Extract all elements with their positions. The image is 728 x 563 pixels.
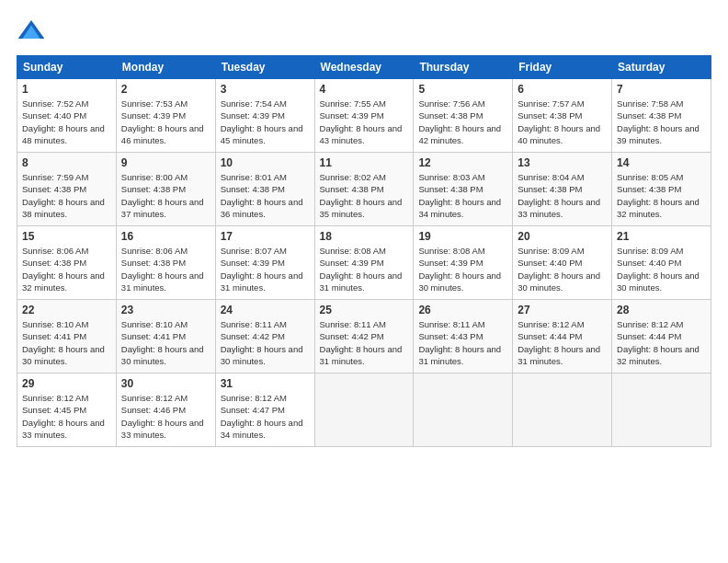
day-number: 22 <box>22 304 111 316</box>
day-info: Sunrise: 8:03 AMSunset: 4:38 PMDaylight:… <box>418 171 507 220</box>
calendar-cell: 16Sunrise: 8:06 AMSunset: 4:38 PMDayligh… <box>116 226 215 300</box>
day-info: Sunrise: 7:53 AMSunset: 4:39 PMDaylight:… <box>121 98 210 146</box>
calendar-cell: 19Sunrise: 8:08 AMSunset: 4:39 PMDayligh… <box>414 226 513 300</box>
calendar-cell: 7Sunrise: 7:58 AMSunset: 4:38 PMDaylight… <box>612 79 711 153</box>
day-info: Sunrise: 8:08 AMSunset: 4:39 PMDaylight:… <box>320 245 409 293</box>
day-info: Sunrise: 8:02 AMSunset: 4:38 PMDaylight:… <box>320 171 409 220</box>
calendar-cell: 3Sunrise: 7:54 AMSunset: 4:39 PMDaylight… <box>215 79 314 153</box>
calendar-week-row: 1Sunrise: 7:52 AMSunset: 4:40 PMDaylight… <box>17 79 711 153</box>
day-info: Sunrise: 8:10 AMSunset: 4:41 PMDaylight:… <box>22 318 111 367</box>
day-info: Sunrise: 8:09 AMSunset: 4:40 PMDaylight:… <box>518 245 607 293</box>
weekday-header-cell: Monday <box>116 56 215 79</box>
calendar-cell: 24Sunrise: 8:11 AMSunset: 4:42 PMDayligh… <box>215 300 314 373</box>
calendar-cell: 21Sunrise: 8:09 AMSunset: 4:40 PMDayligh… <box>612 226 711 300</box>
day-number: 9 <box>121 156 210 169</box>
calendar-cell: 23Sunrise: 8:10 AMSunset: 4:41 PMDayligh… <box>116 300 215 373</box>
weekday-header-cell: Thursday <box>414 56 513 79</box>
day-number: 28 <box>617 304 706 316</box>
calendar-cell <box>513 373 612 447</box>
day-number: 1 <box>22 83 111 96</box>
day-info: Sunrise: 7:56 AMSunset: 4:38 PMDaylight:… <box>418 98 507 146</box>
calendar-week-row: 15Sunrise: 8:06 AMSunset: 4:38 PMDayligh… <box>17 226 711 300</box>
weekday-header-row: SundayMondayTuesdayWednesdayThursdayFrid… <box>17 56 711 79</box>
day-info: Sunrise: 8:06 AMSunset: 4:38 PMDaylight:… <box>22 245 111 293</box>
calendar-cell: 9Sunrise: 8:00 AMSunset: 4:38 PMDaylight… <box>116 153 215 226</box>
calendar-cell <box>314 373 414 447</box>
day-info: Sunrise: 8:11 AMSunset: 4:42 PMDaylight:… <box>320 318 409 367</box>
day-number: 29 <box>22 377 111 390</box>
day-number: 11 <box>320 156 409 169</box>
day-number: 31 <box>221 377 310 390</box>
calendar-cell: 13Sunrise: 8:04 AMSunset: 4:38 PMDayligh… <box>513 153 612 226</box>
logo-icon <box>17 17 46 46</box>
day-number: 27 <box>518 304 607 316</box>
day-info: Sunrise: 8:05 AMSunset: 4:38 PMDaylight:… <box>617 171 706 220</box>
day-number: 21 <box>617 230 706 243</box>
calendar-cell: 1Sunrise: 7:52 AMSunset: 4:40 PMDaylight… <box>17 79 117 153</box>
day-info: Sunrise: 8:11 AMSunset: 4:42 PMDaylight:… <box>221 318 310 367</box>
day-number: 14 <box>617 156 706 169</box>
day-number: 15 <box>22 230 111 243</box>
day-number: 24 <box>221 304 310 316</box>
calendar-cell: 8Sunrise: 7:59 AMSunset: 4:38 PMDaylight… <box>17 153 117 226</box>
day-info: Sunrise: 7:57 AMSunset: 4:38 PMDaylight:… <box>518 98 607 146</box>
day-info: Sunrise: 8:11 AMSunset: 4:43 PMDaylight:… <box>418 318 507 367</box>
day-info: Sunrise: 8:04 AMSunset: 4:38 PMDaylight:… <box>518 171 607 220</box>
weekday-header-cell: Wednesday <box>314 56 414 79</box>
calendar-week-row: 8Sunrise: 7:59 AMSunset: 4:38 PMDaylight… <box>17 153 711 226</box>
day-info: Sunrise: 8:09 AMSunset: 4:40 PMDaylight:… <box>617 245 706 293</box>
day-number: 25 <box>320 304 409 316</box>
day-number: 7 <box>617 83 706 96</box>
day-number: 4 <box>320 83 409 96</box>
logo <box>17 17 50 46</box>
weekday-header-cell: Tuesday <box>215 56 314 79</box>
calendar-cell <box>612 373 711 447</box>
calendar-cell: 22Sunrise: 8:10 AMSunset: 4:41 PMDayligh… <box>17 300 117 373</box>
calendar-cell <box>414 373 513 447</box>
day-number: 13 <box>518 156 607 169</box>
calendar-week-row: 29Sunrise: 8:12 AMSunset: 4:45 PMDayligh… <box>17 373 711 447</box>
day-number: 8 <box>22 156 111 169</box>
day-info: Sunrise: 8:12 AMSunset: 4:45 PMDaylight:… <box>22 392 111 441</box>
calendar-cell: 14Sunrise: 8:05 AMSunset: 4:38 PMDayligh… <box>612 153 711 226</box>
day-number: 10 <box>221 156 310 169</box>
calendar-cell: 20Sunrise: 8:09 AMSunset: 4:40 PMDayligh… <box>513 226 612 300</box>
calendar-cell: 28Sunrise: 8:12 AMSunset: 4:44 PMDayligh… <box>612 300 711 373</box>
day-info: Sunrise: 8:12 AMSunset: 4:44 PMDaylight:… <box>617 318 706 367</box>
day-info: Sunrise: 8:10 AMSunset: 4:41 PMDaylight:… <box>121 318 210 367</box>
calendar-cell: 12Sunrise: 8:03 AMSunset: 4:38 PMDayligh… <box>414 153 513 226</box>
day-info: Sunrise: 8:12 AMSunset: 4:44 PMDaylight:… <box>518 318 607 367</box>
calendar-cell: 10Sunrise: 8:01 AMSunset: 4:38 PMDayligh… <box>215 153 314 226</box>
calendar-cell: 30Sunrise: 8:12 AMSunset: 4:46 PMDayligh… <box>116 373 215 447</box>
day-info: Sunrise: 7:52 AMSunset: 4:40 PMDaylight:… <box>22 98 111 146</box>
calendar-cell: 2Sunrise: 7:53 AMSunset: 4:39 PMDaylight… <box>116 79 215 153</box>
calendar-cell: 31Sunrise: 8:12 AMSunset: 4:47 PMDayligh… <box>215 373 314 447</box>
day-number: 30 <box>121 377 210 390</box>
day-info: Sunrise: 7:59 AMSunset: 4:38 PMDaylight:… <box>22 171 111 220</box>
calendar-cell: 27Sunrise: 8:12 AMSunset: 4:44 PMDayligh… <box>513 300 612 373</box>
calendar-cell: 25Sunrise: 8:11 AMSunset: 4:42 PMDayligh… <box>314 300 414 373</box>
calendar-cell: 6Sunrise: 7:57 AMSunset: 4:38 PMDaylight… <box>513 79 612 153</box>
day-number: 12 <box>418 156 507 169</box>
day-info: Sunrise: 8:12 AMSunset: 4:46 PMDaylight:… <box>121 392 210 441</box>
calendar-cell: 5Sunrise: 7:56 AMSunset: 4:38 PMDaylight… <box>414 79 513 153</box>
day-info: Sunrise: 7:54 AMSunset: 4:39 PMDaylight:… <box>221 98 310 146</box>
day-info: Sunrise: 8:01 AMSunset: 4:38 PMDaylight:… <box>221 171 310 220</box>
calendar: SundayMondayTuesdayWednesdayThursdayFrid… <box>17 55 711 447</box>
calendar-cell: 15Sunrise: 8:06 AMSunset: 4:38 PMDayligh… <box>17 226 117 300</box>
day-number: 18 <box>320 230 409 243</box>
day-info: Sunrise: 8:08 AMSunset: 4:39 PMDaylight:… <box>418 245 507 293</box>
calendar-cell: 26Sunrise: 8:11 AMSunset: 4:43 PMDayligh… <box>414 300 513 373</box>
day-number: 5 <box>418 83 507 96</box>
day-number: 20 <box>518 230 607 243</box>
day-number: 6 <box>518 83 607 96</box>
day-info: Sunrise: 8:12 AMSunset: 4:47 PMDaylight:… <box>221 392 310 441</box>
day-number: 17 <box>221 230 310 243</box>
calendar-cell: 17Sunrise: 8:07 AMSunset: 4:39 PMDayligh… <box>215 226 314 300</box>
day-number: 26 <box>418 304 507 316</box>
calendar-cell: 18Sunrise: 8:08 AMSunset: 4:39 PMDayligh… <box>314 226 414 300</box>
day-number: 3 <box>221 83 310 96</box>
weekday-header-cell: Sunday <box>17 56 117 79</box>
calendar-week-row: 22Sunrise: 8:10 AMSunset: 4:41 PMDayligh… <box>17 300 711 373</box>
calendar-cell: 11Sunrise: 8:02 AMSunset: 4:38 PMDayligh… <box>314 153 414 226</box>
